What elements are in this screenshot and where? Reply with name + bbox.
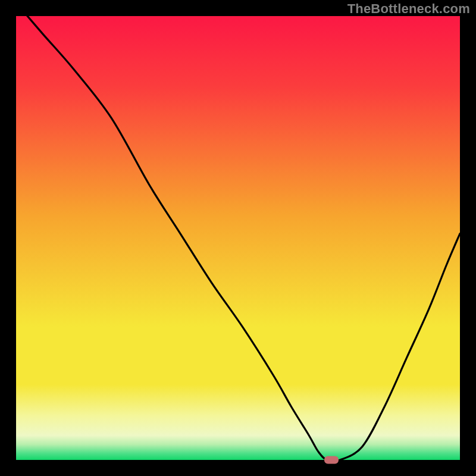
- svg-rect-0: [16, 16, 460, 460]
- heat-gradient: [16, 16, 460, 460]
- optimal-point-marker: [324, 456, 339, 464]
- watermark-text: TheBottleneck.com: [347, 1, 470, 17]
- chart-frame: TheBottleneck.com: [0, 0, 476, 476]
- plot-area: [16, 16, 460, 460]
